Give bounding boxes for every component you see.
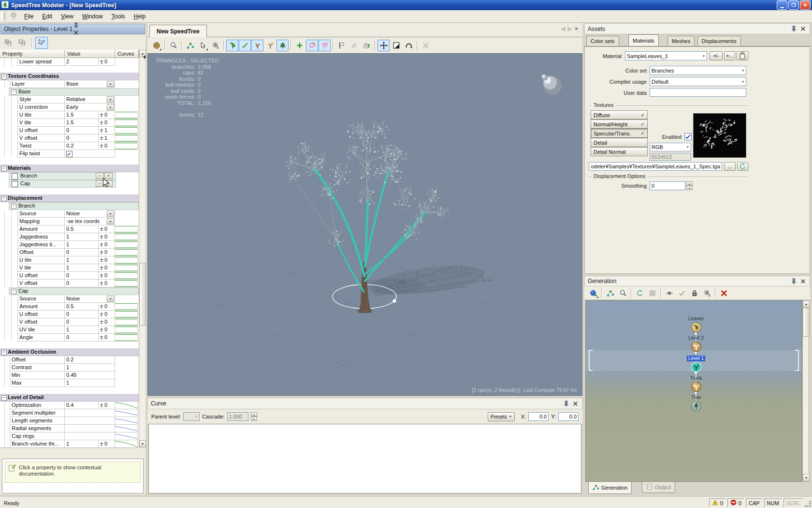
lock-icon[interactable] <box>688 287 700 299</box>
curve-cell[interactable] <box>115 233 138 241</box>
twig-tool-icon[interactable] <box>264 40 276 51</box>
curve-cell[interactable] <box>115 417 138 425</box>
property-value[interactable] <box>65 433 115 440</box>
curve-cell[interactable] <box>115 272 138 280</box>
property-value[interactable]: 1.5 <box>65 111 99 119</box>
property-value[interactable]: 2 <box>65 58 99 66</box>
property-variance[interactable]: ± 0 <box>99 272 115 280</box>
property-row[interactable]: Lower spread2± 0 <box>0 58 139 66</box>
property-row[interactable]: V offset0± 0 <box>0 318 139 326</box>
column-header-value[interactable]: Value <box>65 50 115 58</box>
curve-cell[interactable] <box>115 134 138 142</box>
tab-close-icon[interactable]: ✕ <box>575 26 579 31</box>
property-value[interactable]: 0.4 <box>65 402 99 409</box>
property-value-dropdown[interactable]: Noise▼ <box>65 295 115 303</box>
property-row[interactable]: Branch−+ <box>0 172 139 180</box>
refresh-icon[interactable] <box>634 287 646 299</box>
property-row[interactable]: Contrast1 <box>0 364 139 372</box>
property-row[interactable]: Amount0.5± 0 <box>0 225 139 233</box>
curve-cell[interactable] <box>115 326 138 334</box>
property-row[interactable]: U correctionEarly▼ <box>0 104 139 111</box>
property-group-displacement[interactable]: −Displacement <box>0 194 139 202</box>
close-icon[interactable] <box>799 25 807 32</box>
texture-slot-detail[interactable]: Detail <box>591 138 648 147</box>
tree-tool-icon[interactable] <box>276 40 289 51</box>
generation-node-tree[interactable]: Tree <box>677 394 715 412</box>
toolbar-grip[interactable] <box>1 12 5 21</box>
tab-output[interactable]: Output <box>642 482 675 493</box>
user-data-input[interactable] <box>650 88 746 97</box>
texture-slot-normal-height[interactable]: Normal/Height✓ <box>591 120 648 129</box>
property-row[interactable]: −Base <box>0 88 139 96</box>
clipboard-button[interactable] <box>737 51 748 60</box>
branch-tool-icon[interactable] <box>251 40 263 51</box>
property-row[interactable]: U tile1± 0 <box>0 256 139 264</box>
enabled-checkbox[interactable] <box>684 133 692 140</box>
eye-icon[interactable] <box>663 287 675 299</box>
curve-cell[interactable] <box>115 249 138 256</box>
property-value[interactable]: 0 <box>65 272 99 280</box>
property-row[interactable]: Cap−+ <box>0 180 139 188</box>
texture-path-input[interactable]: odeler¥Samples¥Textures¥SampleLeaves_1_S… <box>589 162 722 171</box>
property-variance[interactable]: ± 0 <box>99 318 115 326</box>
property-value[interactable]: 1.5 <box>65 119 99 127</box>
property-group-level-of-detail[interactable]: −Level of Detail <box>0 394 139 402</box>
property-group-ambient-occlusion[interactable]: −Ambient Occlusion <box>0 348 139 356</box>
material-checkbox[interactable] <box>12 173 18 179</box>
property-variance[interactable]: ± 0 <box>99 249 115 256</box>
generation-scrollbar[interactable]: ▲ ▼ <box>802 300 809 482</box>
color-set-select[interactable]: Branches ▼ <box>650 66 746 75</box>
close-button[interactable]: ✕ <box>800 0 811 10</box>
add-icon[interactable] <box>293 40 305 51</box>
restore-button[interactable]: ❐ <box>788 0 799 10</box>
cascade-stepper[interactable]: ▲▼ <box>251 412 257 421</box>
select-arrow-icon[interactable] <box>197 40 209 51</box>
tab-generation[interactable]: Generation <box>588 482 632 494</box>
property-variance[interactable]: ± 0 <box>99 256 115 264</box>
curve-cell[interactable] <box>115 334 138 342</box>
property-group-materials[interactable]: −Materials <box>0 164 139 172</box>
property-variance[interactable]: ± 0 <box>99 225 115 233</box>
close-icon[interactable] <box>799 278 807 285</box>
property-value[interactable]: 0 <box>65 134 99 142</box>
property-row[interactable]: Optimization0.4± 0 <box>0 402 139 409</box>
tab-meshes[interactable]: Meshes <box>667 36 695 46</box>
leaves-disabled-icon[interactable] <box>348 40 360 51</box>
property-variance[interactable]: ± 0 <box>99 311 115 318</box>
property-row[interactable]: StyleRelative▼ <box>0 96 139 104</box>
property-variance[interactable]: ± 0 <box>99 280 115 287</box>
property-row[interactable]: Jaggedness ti...1± 0 <box>0 241 139 249</box>
property-row[interactable]: U tile1.5± 0 <box>0 111 139 119</box>
curve-cell[interactable] <box>115 264 138 272</box>
property-variance[interactable]: ± 0 <box>99 233 115 241</box>
property-value[interactable]: 0 <box>65 280 99 287</box>
menu-help[interactable]: Help <box>130 11 150 22</box>
property-value-dropdown[interactable]: Noise▼ <box>65 210 115 218</box>
property-value-dropdown[interactable]: ·se tex coords▼ <box>65 218 115 225</box>
property-value[interactable]: 1 <box>65 440 99 448</box>
property-value-dropdown[interactable]: Base▼ <box>65 80 115 88</box>
generation-node-level-1[interactable]: Level 1 <box>677 355 715 373</box>
fit-icon[interactable] <box>390 40 402 51</box>
property-row[interactable]: Radial segments <box>0 425 139 433</box>
zoom-icon[interactable] <box>617 287 629 299</box>
property-variance[interactable]: ± 0 <box>99 334 115 342</box>
menu-window[interactable]: Window <box>78 11 107 22</box>
property-group-texture-coordinates[interactable]: −Texture Coordinates <box>0 73 139 80</box>
property-value[interactable]: 1 <box>65 241 99 249</box>
tab-materials[interactable]: Materials <box>628 34 659 46</box>
property-row[interactable]: Amount0.5± 0 <box>0 303 139 311</box>
property-variance[interactable]: ± 0 <box>99 402 115 409</box>
collapse-icon[interactable]: − <box>1 395 7 401</box>
curve-cell[interactable] <box>115 409 138 417</box>
dropdown-arrow-icon[interactable]: ▼ <box>107 81 114 87</box>
property-value[interactable] <box>65 417 115 425</box>
sphere-add-icon[interactable] <box>587 287 599 299</box>
menu-edit[interactable]: Edit <box>38 11 57 22</box>
curve-cell[interactable] <box>115 311 138 318</box>
curve-cell[interactable] <box>115 318 138 326</box>
world-icon[interactable] <box>150 40 162 51</box>
curve-editor-canvas[interactable] <box>148 424 581 493</box>
property-value[interactable]: 0 <box>65 334 99 342</box>
zoom-icon[interactable] <box>167 40 179 51</box>
